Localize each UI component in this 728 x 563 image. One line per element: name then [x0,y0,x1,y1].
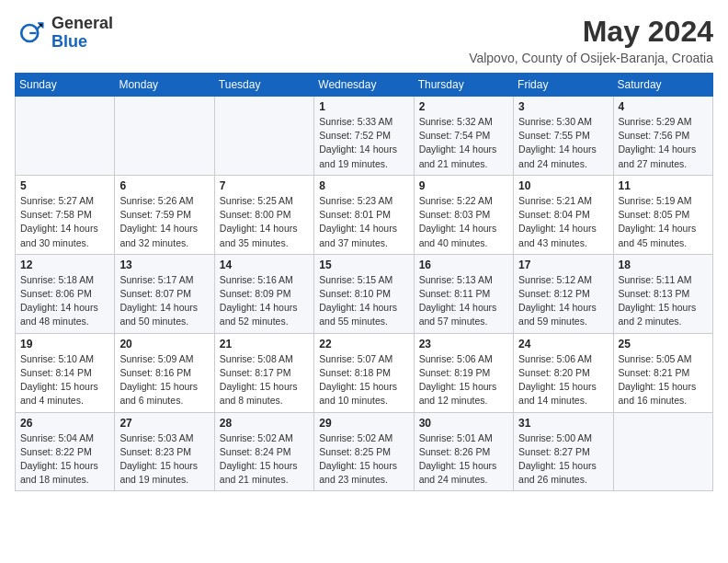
day-info: Sunrise: 5:00 AMSunset: 8:27 PMDaylight:… [518,431,608,488]
day-info: Sunrise: 5:02 AMSunset: 8:24 PMDaylight:… [220,431,309,488]
day-info: Sunrise: 5:07 AMSunset: 8:18 PMDaylight:… [319,352,408,408]
day-info: Sunrise: 5:18 AMSunset: 8:06 PMDaylight:… [20,273,109,329]
day-number: 29 [319,417,408,430]
day-info: Sunrise: 5:26 AMSunset: 7:59 PMDaylight:… [119,194,209,250]
logo-text: General Blue [51,15,113,52]
day-number: 6 [119,179,209,192]
page-header: General Blue May 2024 Valpovo, County of… [15,15,713,65]
day-number: 16 [419,259,508,271]
calendar-day-cell [16,97,115,176]
day-info: Sunrise: 5:17 AMSunset: 8:07 PMDaylight:… [119,273,209,329]
day-number: 26 [20,417,109,430]
calendar-day-cell: 10Sunrise: 5:21 AMSunset: 8:04 PMDayligh… [514,175,613,254]
day-number: 30 [419,417,508,430]
calendar-day-cell: 19Sunrise: 5:10 AMSunset: 8:14 PMDayligh… [16,333,115,412]
day-info: Sunrise: 5:06 AMSunset: 8:20 PMDaylight:… [518,352,608,408]
day-info: Sunrise: 5:30 AMSunset: 7:55 PMDaylight:… [518,115,608,171]
calendar-week-row: 12Sunrise: 5:18 AMSunset: 8:06 PMDayligh… [16,254,713,333]
day-number: 19 [20,338,109,350]
day-info: Sunrise: 5:10 AMSunset: 8:14 PMDaylight:… [20,352,109,408]
calendar-day-cell: 20Sunrise: 5:09 AMSunset: 8:16 PMDayligh… [115,333,214,412]
day-info: Sunrise: 5:27 AMSunset: 7:58 PMDaylight:… [20,194,109,250]
calendar-day-cell [115,97,214,176]
calendar-day-cell: 21Sunrise: 5:08 AMSunset: 8:17 PMDayligh… [214,333,313,412]
day-number: 22 [319,338,408,350]
day-info: Sunrise: 5:11 AMSunset: 8:13 PMDaylight:… [619,273,708,329]
calendar-day-cell: 22Sunrise: 5:07 AMSunset: 8:18 PMDayligh… [314,333,414,412]
day-header-saturday: Saturday [613,74,712,97]
day-info: Sunrise: 5:32 AMSunset: 7:54 PMDaylight:… [419,115,508,171]
calendar-day-cell: 7Sunrise: 5:25 AMSunset: 8:00 PMDaylight… [214,175,313,254]
logo-blue: Blue [51,32,87,51]
calendar-week-row: 19Sunrise: 5:10 AMSunset: 8:14 PMDayligh… [16,333,713,412]
day-number: 4 [619,100,708,113]
day-header-sunday: Sunday [16,74,115,97]
calendar-day-cell: 18Sunrise: 5:11 AMSunset: 8:13 PMDayligh… [613,254,712,333]
day-number: 1 [319,100,408,113]
calendar-day-cell: 2Sunrise: 5:32 AMSunset: 7:54 PMDaylight… [414,97,513,176]
calendar-week-row: 1Sunrise: 5:33 AMSunset: 7:52 PMDaylight… [16,97,713,176]
calendar-day-cell: 15Sunrise: 5:15 AMSunset: 8:10 PMDayligh… [314,254,414,333]
day-info: Sunrise: 5:23 AMSunset: 8:01 PMDaylight:… [319,194,408,250]
calendar-day-cell: 6Sunrise: 5:26 AMSunset: 7:59 PMDaylight… [115,175,214,254]
calendar-day-cell: 25Sunrise: 5:05 AMSunset: 8:21 PMDayligh… [613,333,712,412]
day-number: 14 [220,259,309,271]
calendar-header-row: SundayMondayTuesdayWednesdayThursdayFrid… [16,74,713,97]
day-number: 11 [619,179,708,192]
day-info: Sunrise: 5:06 AMSunset: 8:19 PMDaylight:… [419,352,508,408]
day-number: 15 [319,259,408,271]
title-block: May 2024 Valpovo, County of Osijek-Baran… [469,15,713,65]
day-number: 25 [619,338,708,350]
day-info: Sunrise: 5:19 AMSunset: 8:05 PMDaylight:… [619,194,708,250]
calendar-day-cell: 30Sunrise: 5:01 AMSunset: 8:26 PMDayligh… [414,412,513,491]
day-number: 9 [419,179,508,192]
calendar-day-cell: 14Sunrise: 5:16 AMSunset: 8:09 PMDayligh… [214,254,313,333]
day-header-tuesday: Tuesday [214,74,313,97]
day-header-friday: Friday [514,74,613,97]
day-info: Sunrise: 5:21 AMSunset: 8:04 PMDaylight:… [518,194,608,250]
day-info: Sunrise: 5:03 AMSunset: 8:23 PMDaylight:… [119,431,209,488]
calendar-day-cell: 16Sunrise: 5:13 AMSunset: 8:11 PMDayligh… [414,254,513,333]
calendar-day-cell: 5Sunrise: 5:27 AMSunset: 7:58 PMDaylight… [16,175,115,254]
day-number: 12 [20,259,109,271]
day-number: 10 [518,179,608,192]
calendar-day-cell: 3Sunrise: 5:30 AMSunset: 7:55 PMDaylight… [514,97,613,176]
day-info: Sunrise: 5:15 AMSunset: 8:10 PMDaylight:… [319,273,408,329]
calendar-day-cell: 9Sunrise: 5:22 AMSunset: 8:03 PMDaylight… [414,175,513,254]
calendar-day-cell: 12Sunrise: 5:18 AMSunset: 8:06 PMDayligh… [16,254,115,333]
day-header-wednesday: Wednesday [314,74,414,97]
day-number: 5 [20,179,109,192]
day-number: 7 [220,179,309,192]
day-number: 27 [119,417,209,430]
day-number: 2 [419,100,508,113]
calendar-day-cell: 17Sunrise: 5:12 AMSunset: 8:12 PMDayligh… [514,254,613,333]
day-header-monday: Monday [115,74,214,97]
day-info: Sunrise: 5:02 AMSunset: 8:25 PMDaylight:… [319,431,408,488]
calendar-day-cell: 23Sunrise: 5:06 AMSunset: 8:19 PMDayligh… [414,333,513,412]
day-info: Sunrise: 5:16 AMSunset: 8:09 PMDaylight:… [220,273,309,329]
day-number: 21 [220,338,309,350]
location: Valpovo, County of Osijek-Baranja, Croat… [469,51,713,65]
day-info: Sunrise: 5:13 AMSunset: 8:11 PMDaylight:… [419,273,508,329]
calendar-day-cell [613,412,712,491]
day-number: 28 [220,417,309,430]
day-number: 31 [518,417,608,430]
day-info: Sunrise: 5:04 AMSunset: 8:22 PMDaylight:… [20,431,109,488]
day-number: 18 [619,259,708,271]
day-header-thursday: Thursday [414,74,513,97]
day-info: Sunrise: 5:25 AMSunset: 8:00 PMDaylight:… [220,194,309,250]
logo-general: General [51,14,113,32]
day-info: Sunrise: 5:33 AMSunset: 7:52 PMDaylight:… [319,115,408,171]
day-info: Sunrise: 5:29 AMSunset: 7:56 PMDaylight:… [619,115,708,171]
calendar-day-cell: 11Sunrise: 5:19 AMSunset: 8:05 PMDayligh… [613,175,712,254]
logo-icon [15,17,48,50]
month-year: May 2024 [469,15,713,49]
day-info: Sunrise: 5:01 AMSunset: 8:26 PMDaylight:… [419,431,508,488]
day-info: Sunrise: 5:05 AMSunset: 8:21 PMDaylight:… [619,352,708,408]
logo: General Blue [15,15,113,52]
day-info: Sunrise: 5:22 AMSunset: 8:03 PMDaylight:… [419,194,508,250]
day-number: 24 [518,338,608,350]
calendar-day-cell: 28Sunrise: 5:02 AMSunset: 8:24 PMDayligh… [214,412,313,491]
calendar-week-row: 26Sunrise: 5:04 AMSunset: 8:22 PMDayligh… [16,412,713,491]
calendar-day-cell [214,97,313,176]
